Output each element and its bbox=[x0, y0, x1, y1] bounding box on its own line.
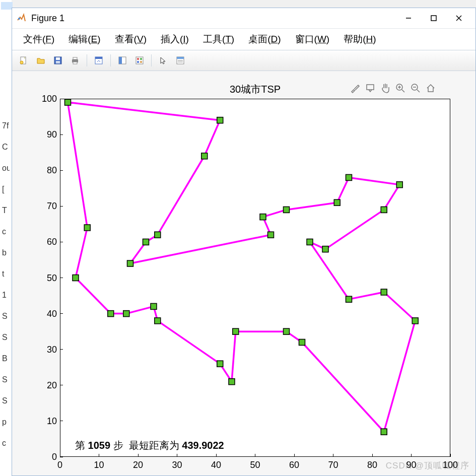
city-marker bbox=[233, 328, 239, 334]
city-marker bbox=[84, 225, 90, 231]
city-marker bbox=[155, 232, 161, 238]
svg-point-6 bbox=[20, 61, 23, 64]
svg-rect-14 bbox=[95, 57, 102, 59]
toolbar[interactable] bbox=[12, 50, 475, 71]
save-icon[interactable] bbox=[51, 53, 65, 67]
xtick-label: 70 bbox=[328, 460, 338, 470]
city-marker bbox=[284, 328, 290, 334]
city-marker bbox=[307, 239, 313, 245]
pointer-icon[interactable] bbox=[156, 53, 170, 67]
ytick-label: 60 bbox=[38, 237, 57, 247]
xtick-label: 0 bbox=[57, 460, 62, 470]
ytick-label: 80 bbox=[38, 165, 57, 176]
figure-window: Figure 1 文件(F)编辑(E)查看(V)插入(I)工具(T)桌面(D)窗… bbox=[12, 8, 476, 476]
xtick-label: 100 bbox=[443, 460, 458, 470]
city-marker bbox=[381, 289, 387, 295]
palette1-icon[interactable] bbox=[115, 53, 129, 67]
panel-icon[interactable] bbox=[173, 53, 187, 67]
menu-t[interactable]: 工具(T) bbox=[203, 33, 234, 46]
matlab-icon bbox=[16, 13, 26, 23]
plot-area: 30城市TSP 第 1059 步 最短距离为 439.9022 CSDN @顶呱… bbox=[12, 71, 475, 475]
dock-icon[interactable] bbox=[92, 53, 106, 67]
city-marker bbox=[260, 214, 266, 220]
city-marker bbox=[346, 174, 352, 180]
menubar[interactable]: 文件(F)编辑(E)查看(V)插入(I)工具(T)桌面(D)窗口(W)帮助(H) bbox=[12, 28, 475, 50]
close-button[interactable] bbox=[446, 8, 471, 28]
window-title: Figure 1 bbox=[31, 13, 64, 24]
svg-rect-12 bbox=[73, 62, 77, 64]
svg-rect-19 bbox=[140, 58, 142, 60]
maximize-button[interactable] bbox=[421, 8, 446, 28]
menu-d[interactable]: 桌面(D) bbox=[248, 33, 281, 46]
menu-h[interactable]: 帮助(H) bbox=[344, 33, 376, 46]
city-marker bbox=[217, 117, 223, 123]
city-marker bbox=[108, 311, 114, 317]
menu-e[interactable]: 编辑(E) bbox=[69, 33, 100, 46]
city-marker bbox=[123, 311, 129, 317]
city-marker bbox=[217, 361, 223, 367]
open-folder-icon[interactable] bbox=[34, 53, 48, 67]
new-file-icon[interactable] bbox=[17, 53, 31, 67]
xtick-label: 40 bbox=[211, 460, 221, 470]
palette2-icon[interactable] bbox=[132, 53, 147, 67]
city-marker bbox=[334, 199, 340, 206]
city-marker bbox=[73, 275, 79, 281]
svg-rect-9 bbox=[56, 61, 60, 63]
svg-rect-2 bbox=[431, 16, 436, 21]
menu-f[interactable]: 文件(F) bbox=[23, 33, 54, 46]
city-marker bbox=[229, 379, 235, 385]
city-marker bbox=[127, 260, 133, 266]
print-icon[interactable] bbox=[68, 53, 82, 67]
city-marker bbox=[284, 207, 290, 213]
ytick-label: 90 bbox=[38, 129, 57, 140]
ytick-label: 20 bbox=[38, 380, 57, 390]
xtick-label: 30 bbox=[172, 460, 182, 470]
menu-w[interactable]: 窗口(W) bbox=[295, 33, 330, 46]
ytick-label: 70 bbox=[38, 201, 57, 212]
ytick-label: 40 bbox=[38, 308, 57, 319]
city-marker bbox=[65, 99, 71, 105]
city-marker bbox=[143, 239, 149, 245]
svg-rect-8 bbox=[56, 57, 60, 60]
city-marker bbox=[346, 296, 352, 302]
svg-rect-11 bbox=[73, 57, 77, 59]
svg-point-0 bbox=[18, 18, 20, 20]
city-marker bbox=[299, 339, 305, 345]
city-marker bbox=[268, 232, 274, 238]
xtick-label: 90 bbox=[406, 460, 416, 470]
city-marker bbox=[381, 207, 387, 213]
ytick-label: 10 bbox=[38, 416, 57, 426]
titlebar[interactable]: Figure 1 bbox=[12, 8, 475, 28]
xtick-label: 80 bbox=[367, 460, 377, 470]
xtick-label: 10 bbox=[94, 460, 104, 470]
menu-v[interactable]: 查看(V) bbox=[115, 33, 147, 46]
ytick-label: 100 bbox=[38, 94, 57, 104]
ytick-label: 30 bbox=[38, 344, 57, 355]
tsp-path bbox=[12, 71, 475, 475]
city-marker bbox=[155, 318, 161, 324]
city-marker bbox=[396, 182, 402, 188]
svg-rect-16 bbox=[119, 57, 122, 64]
city-marker bbox=[381, 429, 387, 435]
city-marker bbox=[412, 318, 418, 324]
status-annotation: 第 1059 步 最短距离为 439.9022 bbox=[75, 439, 224, 452]
city-marker bbox=[322, 246, 328, 252]
city-marker bbox=[201, 153, 208, 159]
svg-rect-20 bbox=[137, 61, 139, 63]
svg-rect-18 bbox=[137, 58, 139, 60]
minimize-button[interactable] bbox=[396, 8, 421, 28]
svg-rect-23 bbox=[177, 57, 184, 59]
xtick-label: 20 bbox=[133, 460, 143, 470]
svg-rect-21 bbox=[140, 61, 142, 63]
ytick-label: 50 bbox=[38, 273, 57, 283]
city-marker bbox=[151, 303, 157, 309]
menu-i[interactable]: 插入(I) bbox=[161, 33, 189, 46]
background-window-slice: 7fCou[Tcbt1SSBSSpc bbox=[0, 0, 12, 476]
xtick-label: 60 bbox=[289, 460, 299, 470]
xtick-label: 50 bbox=[250, 460, 260, 470]
ytick-label: 0 bbox=[38, 452, 57, 462]
